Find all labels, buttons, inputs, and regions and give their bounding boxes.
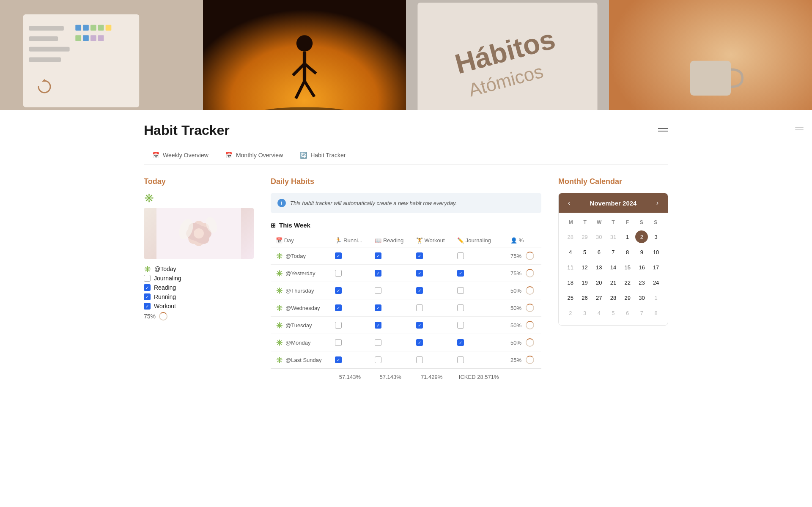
row-reading-6[interactable]: [370, 351, 411, 369]
row-journaling-3[interactable]: [452, 299, 505, 317]
calendar-day[interactable]: 11: [564, 261, 577, 274]
calendar-day[interactable]: 24: [650, 276, 662, 289]
journaling-checkbox[interactable]: [144, 275, 151, 282]
calendar-day[interactable]: 7: [607, 246, 620, 258]
calendar-prev-button[interactable]: ‹: [565, 198, 573, 208]
row-reading-0[interactable]: ✓: [370, 247, 411, 265]
workout-5-checkbox[interactable]: ✓: [416, 339, 423, 346]
calendar-day[interactable]: 6: [621, 307, 634, 319]
calendar-day[interactable]: 9: [635, 246, 648, 258]
workout-2-checkbox[interactable]: ✓: [416, 287, 423, 294]
row-running-4[interactable]: [330, 317, 370, 334]
calendar-day[interactable]: 30: [593, 230, 605, 243]
row-workout-0[interactable]: ✓: [411, 247, 452, 265]
calendar-day[interactable]: 28: [564, 230, 577, 243]
calendar-day[interactable]: 8: [621, 246, 634, 258]
calendar-day[interactable]: 4: [564, 246, 577, 258]
calendar-day[interactable]: 1: [650, 291, 662, 304]
calendar-day[interactable]: 16: [635, 261, 648, 274]
running-0-checkbox[interactable]: ✓: [335, 252, 342, 259]
calendar-day[interactable]: 15: [621, 261, 634, 274]
calendar-next-button[interactable]: ›: [654, 198, 661, 208]
refresh-button[interactable]: [34, 76, 55, 97]
journaling-6-checkbox[interactable]: [457, 356, 464, 363]
calendar-day[interactable]: 29: [579, 230, 591, 243]
reading-1-checkbox[interactable]: ✓: [375, 270, 381, 277]
calendar-day[interactable]: 18: [564, 276, 577, 289]
running-checkbox[interactable]: ✓: [144, 293, 151, 300]
row-running-3[interactable]: ✓: [330, 299, 370, 317]
calendar-day[interactable]: 12: [579, 261, 591, 274]
running-2-checkbox[interactable]: ✓: [335, 287, 342, 294]
calendar-day[interactable]: 1: [621, 230, 634, 243]
calendar-day[interactable]: 5: [579, 246, 591, 258]
calendar-day[interactable]: 5: [607, 307, 620, 319]
calendar-day[interactable]: 8: [650, 307, 662, 319]
calendar-day[interactable]: 17: [650, 261, 662, 274]
row-workout-5[interactable]: ✓: [411, 334, 452, 351]
journaling-3-checkbox[interactable]: [457, 304, 464, 311]
workout-6-checkbox[interactable]: [416, 356, 423, 363]
row-journaling-1[interactable]: ✓: [452, 265, 505, 282]
calendar-day[interactable]: 20: [593, 276, 605, 289]
journaling-4-checkbox[interactable]: [457, 322, 464, 329]
journaling-1-checkbox[interactable]: ✓: [457, 270, 464, 277]
reading-item[interactable]: ✓ Reading: [144, 284, 254, 291]
workout-0-checkbox[interactable]: ✓: [416, 252, 423, 259]
calendar-day[interactable]: 25: [564, 291, 577, 304]
row-workout-1[interactable]: ✓: [411, 265, 452, 282]
calendar-day[interactable]: 13: [593, 261, 605, 274]
row-workout-4[interactable]: ✓: [411, 317, 452, 334]
calendar-day[interactable]: 10: [650, 246, 662, 258]
reading-4-checkbox[interactable]: ✓: [375, 322, 381, 329]
row-reading-3[interactable]: ✓: [370, 299, 411, 317]
running-5-checkbox[interactable]: [335, 339, 342, 346]
row-reading-2[interactable]: [370, 282, 411, 299]
row-running-6[interactable]: ✓: [330, 351, 370, 369]
tab-monthly[interactable]: 📅 Monthly Overview: [217, 147, 291, 164]
running-item[interactable]: ✓ Running: [144, 293, 254, 300]
row-running-2[interactable]: ✓: [330, 282, 370, 299]
reading-checkbox[interactable]: ✓: [144, 284, 151, 291]
workout-1-checkbox[interactable]: ✓: [416, 270, 423, 277]
row-journaling-2[interactable]: [452, 282, 505, 299]
workout-checkbox[interactable]: ✓: [144, 303, 151, 310]
running-3-checkbox[interactable]: ✓: [335, 304, 342, 311]
reading-3-checkbox[interactable]: ✓: [375, 304, 381, 311]
journaling-0-checkbox[interactable]: [457, 252, 464, 259]
row-journaling-4[interactable]: [452, 317, 505, 334]
reading-2-checkbox[interactable]: [375, 287, 381, 294]
row-journaling-5[interactable]: ✓: [452, 334, 505, 351]
calendar-day[interactable]: 26: [579, 291, 591, 304]
journaling-5-checkbox[interactable]: ✓: [457, 339, 464, 346]
calendar-day[interactable]: 2: [564, 307, 577, 319]
running-1-checkbox[interactable]: [335, 270, 342, 277]
tab-weekly[interactable]: 📅 Weekly Overview: [144, 147, 217, 164]
reading-5-checkbox[interactable]: [375, 339, 381, 346]
row-workout-2[interactable]: ✓: [411, 282, 452, 299]
calendar-day[interactable]: 7: [635, 307, 648, 319]
workout-4-checkbox[interactable]: ✓: [416, 322, 423, 329]
calendar-day[interactable]: 23: [635, 276, 648, 289]
calendar-day[interactable]: 29: [621, 291, 634, 304]
row-running-0[interactable]: ✓: [330, 247, 370, 265]
running-6-checkbox[interactable]: ✓: [335, 356, 342, 363]
reading-6-checkbox[interactable]: [375, 356, 381, 363]
calendar-day[interactable]: 14: [607, 261, 620, 274]
running-4-checkbox[interactable]: [335, 322, 342, 329]
tab-habit-tracker[interactable]: 🔄 Habit Tracker: [291, 147, 354, 164]
row-journaling-6[interactable]: [452, 351, 505, 369]
journaling-item[interactable]: Journaling: [144, 275, 254, 282]
calendar-day[interactable]: 28: [607, 291, 620, 304]
row-reading-4[interactable]: ✓: [370, 317, 411, 334]
calendar-day[interactable]: 22: [621, 276, 634, 289]
workout-item[interactable]: ✓ Workout: [144, 303, 254, 310]
workout-3-checkbox[interactable]: [416, 304, 423, 311]
calendar-day[interactable]: 31: [607, 230, 620, 243]
calendar-day[interactable]: 4: [593, 307, 605, 319]
calendar-day[interactable]: 27: [593, 291, 605, 304]
row-running-5[interactable]: [330, 334, 370, 351]
row-reading-5[interactable]: [370, 334, 411, 351]
calendar-day[interactable]: 3: [579, 307, 591, 319]
calendar-day[interactable]: 6: [593, 246, 605, 258]
